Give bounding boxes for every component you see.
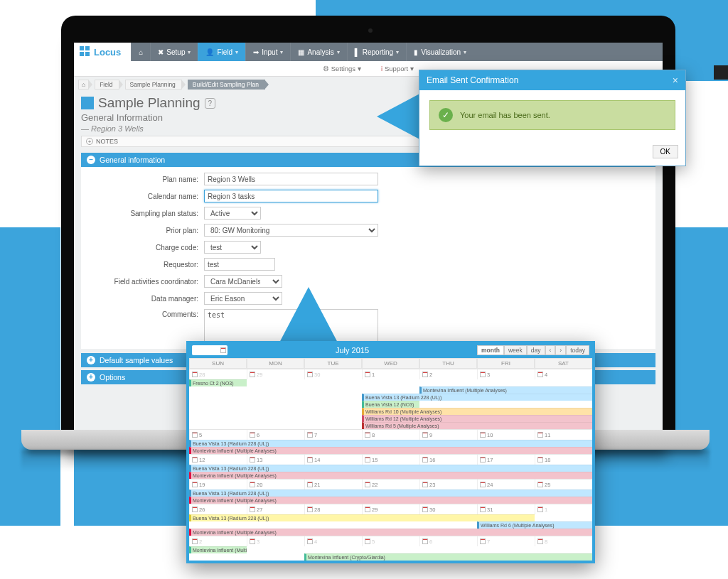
calendar-day-cell[interactable]: 25 <box>535 480 592 489</box>
calendar-day-cell[interactable]: 7 <box>304 430 362 440</box>
calendar-event[interactable]: Williams Rd 5 (Multiple Analyses) <box>362 422 592 429</box>
calendar-event[interactable]: Montevina Influent (Multiple Analyses) <box>189 529 592 536</box>
view-day-button[interactable]: day <box>527 345 545 355</box>
calendar-day-cell[interactable]: 26 <box>189 504 247 514</box>
label-requestor: Requestor: <box>87 261 204 269</box>
support-link[interactable]: i Support ▾ <box>381 65 414 72</box>
calendar-event[interactable]: Williams Rd 10 (Multiple Analyses) <box>362 408 592 415</box>
select-field-coord[interactable]: Cara McDaniels <box>204 275 282 288</box>
calendar-day-cell[interactable]: 29 <box>362 504 419 514</box>
help-icon[interactable]: ? <box>205 98 215 109</box>
nav-visualization[interactable]: ▮ Visualization ▾ <box>406 43 473 61</box>
calendar-day-cell[interactable]: 6 <box>247 430 304 440</box>
dialog-message: Your email has been sent. <box>460 111 550 119</box>
prev-button[interactable]: ‹ <box>545 345 556 355</box>
calendar-event[interactable]: Montevina Influent (Multiple Analyses) <box>419 386 592 394</box>
calendar-event[interactable]: Buena Vista 13 (Radium 228 (UL)) <box>189 465 592 472</box>
calendar-day-cell[interactable]: 1 <box>362 369 419 379</box>
calendar-day-cell[interactable]: 30 <box>304 369 362 379</box>
calendar-event[interactable]: Buena Vista 13 (Radium 228 (UL)) <box>362 394 592 401</box>
calendar-day-cell[interactable]: 23 <box>419 480 477 489</box>
select-charge-code[interactable]: test <box>204 241 261 254</box>
view-month-button[interactable]: month <box>477 345 504 355</box>
view-week-button[interactable]: week <box>504 345 527 355</box>
ok-button[interactable]: OK <box>653 145 678 158</box>
calendar-day-cell[interactable]: 7 <box>477 536 535 546</box>
calendar-day-cell[interactable]: 3 <box>477 369 535 379</box>
calendar-day-cell[interactable]: 17 <box>477 455 535 465</box>
calendar-day-cell[interactable]: 6 <box>419 536 477 546</box>
day-number: 16 <box>429 457 435 463</box>
calendar-day-cell[interactable]: 20 <box>247 480 304 489</box>
calendar-icon <box>192 539 198 544</box>
calendar-event[interactable]: Buena Vista 13 (Radium 228 (UL)) <box>189 489 592 497</box>
today-button[interactable]: today <box>566 345 589 355</box>
breadcrumb-item[interactable]: Field <box>95 80 119 90</box>
calendar-day-cell[interactable]: 21 <box>304 480 362 489</box>
calendar-day-cell[interactable]: 1 <box>535 504 592 514</box>
calendar-day-cell[interactable]: 16 <box>419 455 477 465</box>
calendar-day-cell[interactable]: 5 <box>189 430 247 440</box>
calendar-day-cell[interactable]: 28 <box>189 369 247 379</box>
calendar-day-cell[interactable]: 13 <box>247 455 304 465</box>
nav-input[interactable]: ➡ Input ▾ <box>245 43 290 61</box>
close-icon[interactable]: × <box>673 75 678 86</box>
calendar-toolbar: July 2015 month week day ‹ › today <box>189 344 592 358</box>
calendar-day-cell[interactable]: 24 <box>477 480 535 489</box>
input-requestor[interactable] <box>204 258 275 271</box>
calendar-event[interactable]: Montevina Influent (Multiple Analyses) <box>189 546 247 553</box>
calendar-day-cell[interactable]: 10 <box>477 430 535 440</box>
input-calendar-name[interactable] <box>204 190 378 202</box>
select-prior-plan[interactable]: 80: GW Monitoring <box>204 224 378 237</box>
calendar-day-cell[interactable]: 2 <box>419 369 477 379</box>
calendar-day-cell[interactable]: 11 <box>535 430 592 440</box>
calendar-day-cell[interactable]: 18 <box>535 455 592 465</box>
nav-field[interactable]: 👤 Field ▾ <box>198 43 245 61</box>
select-sampling-status[interactable]: Active <box>204 207 261 220</box>
calendar-day-cell[interactable]: 8 <box>535 536 592 546</box>
calendar-event[interactable]: Williams Rd 12 (Multiple Analyses) <box>362 415 592 422</box>
calendar-event[interactable]: Buena Vista 12 (NO3) <box>362 401 419 408</box>
calendar-day-cell[interactable]: 22 <box>362 480 419 489</box>
calendar-day-cell[interactable]: 29 <box>247 369 304 379</box>
calendar-event[interactable]: Montevina Influent (Multiple Analyses) <box>189 447 592 454</box>
calendar-day-cell[interactable]: 28 <box>304 504 362 514</box>
calendar-event[interactable]: Buena Vista 13 (Radium 228 (UL)) <box>189 440 592 447</box>
calendar-day-cell[interactable]: 15 <box>362 455 419 465</box>
breadcrumb-item[interactable]: Sample Planning <box>125 80 182 90</box>
calendar-event[interactable]: Buena Vista 13 (Radium 228 (UL)) <box>189 514 535 521</box>
input-plan-name[interactable] <box>204 173 378 185</box>
calendar-date-picker[interactable] <box>192 345 228 355</box>
nav-setup[interactable]: ✖ Setup ▾ <box>150 43 198 61</box>
breadcrumb-home[interactable]: ⌂ <box>78 80 89 90</box>
calendar-day-cell[interactable]: 30 <box>419 504 477 514</box>
calendar-event[interactable]: Williams Rd 6 (Multiple Analyses) <box>477 521 592 529</box>
nav-reporting[interactable]: ▌ Reporting ▾ <box>347 43 406 61</box>
calendar-day-cell[interactable]: 2 <box>189 536 247 546</box>
calendar-event[interactable]: Montevina Influent (Multiple Analyses) <box>189 472 592 479</box>
calendar-event[interactable]: Fresno Ct 2 (NO3) <box>189 379 247 386</box>
calendar-day-cell[interactable]: 12 <box>189 455 247 465</box>
calendar-day-cell[interactable]: 14 <box>304 455 362 465</box>
calendar-day-cell[interactable]: 5 <box>362 536 419 546</box>
calendar-day-cell[interactable]: 31 <box>477 504 535 514</box>
calendar-event[interactable]: Montevina Influent (Multiple Analyses) <box>189 497 592 504</box>
calendar-day-cell[interactable]: 19 <box>189 480 247 489</box>
calendar-day-cell[interactable]: 9 <box>419 430 477 440</box>
settings-link[interactable]: ⚙ Settings ▾ <box>323 65 361 72</box>
calendar-day-cell[interactable]: 3 <box>247 536 304 546</box>
calendar-day-cell[interactable]: 4 <box>304 536 362 546</box>
next-button[interactable]: › <box>555 345 566 355</box>
nav-home[interactable]: ⌂ <box>131 43 150 61</box>
calendar-day-cell[interactable]: 27 <box>247 504 304 514</box>
breadcrumb-item[interactable]: Build/Edit Sampling Plan <box>188 80 265 90</box>
nav-analysis[interactable]: ▦ Analysis ▾ <box>290 43 346 61</box>
calendar-event[interactable]: Montevina Influent (Crypto/Giardia) <box>304 553 592 561</box>
calendar-icon <box>220 347 226 353</box>
calendar-day-cell[interactable]: 4 <box>535 369 592 379</box>
calendar-day-cell[interactable]: 8 <box>362 430 419 440</box>
dow-cell: FRI <box>477 358 535 369</box>
select-data-manager[interactable]: Eric Eason <box>204 292 282 305</box>
calendar-icon <box>365 457 370 462</box>
bg-shape <box>714 65 728 80</box>
